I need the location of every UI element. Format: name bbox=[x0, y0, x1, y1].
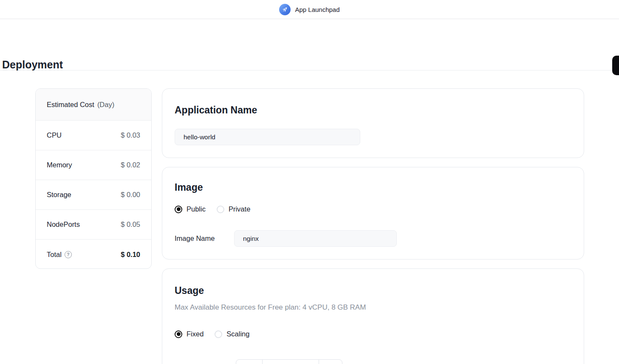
radio-public-label: Public bbox=[187, 205, 206, 213]
cost-panel-title: Estimated Cost bbox=[47, 101, 94, 109]
cost-row-storage: Storage $ 0.00 bbox=[36, 180, 151, 210]
cost-row-value: $ 0.05 bbox=[121, 220, 140, 229]
cost-row-cpu: CPU $ 0.03 bbox=[36, 121, 151, 150]
app-launchpad-rocket-icon bbox=[279, 4, 291, 15]
radio-unselected-icon[interactable] bbox=[217, 206, 224, 213]
application-name-input[interactable] bbox=[175, 129, 360, 145]
cost-row-label: Memory bbox=[47, 161, 72, 169]
cost-row-total: Total ? $ 0.10 bbox=[36, 240, 151, 269]
radio-unselected-icon[interactable] bbox=[215, 330, 222, 338]
radio-selected-icon[interactable] bbox=[175, 206, 182, 213]
radio-private[interactable]: Private bbox=[217, 205, 250, 213]
cost-row-value: $ 0.03 bbox=[121, 131, 140, 139]
radio-scaling-label: Scaling bbox=[226, 330, 249, 338]
cost-row-label: Storage bbox=[47, 191, 71, 199]
minus-icon[interactable]: − bbox=[236, 360, 262, 364]
cost-row-nodeports: NodePorts $ 0.05 bbox=[36, 210, 151, 240]
radio-selected-icon[interactable] bbox=[175, 330, 182, 338]
cost-row-label: CPU bbox=[47, 131, 62, 139]
help-icon[interactable]: ? bbox=[65, 251, 72, 258]
stepper-value bbox=[262, 360, 319, 364]
image-panel: Image Public Private Image Name bbox=[162, 167, 584, 260]
image-name-input[interactable] bbox=[234, 230, 397, 247]
usage-subtitle: Max Available Resources for Free plan: 4… bbox=[175, 303, 366, 312]
usage-panel: Usage Max Available Resources for Free p… bbox=[162, 268, 584, 364]
deploy-button[interactable] bbox=[612, 56, 619, 75]
page-header: Deployment bbox=[0, 20, 619, 71]
estimated-cost-panel: Estimated Cost (Day) CPU $ 0.03 Memory $… bbox=[35, 88, 152, 269]
image-title: Image bbox=[175, 182, 203, 193]
app-title: App Launchpad bbox=[295, 6, 339, 13]
cost-row-memory: Memory $ 0.02 bbox=[36, 150, 151, 180]
radio-fixed-label: Fixed bbox=[187, 330, 204, 338]
total-label: Total bbox=[47, 251, 62, 259]
image-visibility-radio-group: Public Private bbox=[175, 205, 250, 213]
cost-panel-title-suffix: (Day) bbox=[97, 101, 114, 109]
cost-panel-header: Estimated Cost (Day) bbox=[36, 89, 151, 121]
image-name-label: Image Name bbox=[175, 234, 215, 243]
usage-mode-radio-group: Fixed Scaling bbox=[175, 330, 249, 338]
radio-public[interactable]: Public bbox=[175, 205, 206, 213]
cpu-stepper: − + bbox=[236, 359, 342, 364]
cost-row-label: NodePorts bbox=[47, 220, 80, 229]
total-value: $ 0.10 bbox=[121, 251, 140, 259]
application-name-title: Application Name bbox=[175, 104, 257, 116]
radio-private-label: Private bbox=[229, 205, 250, 213]
cost-row-value: $ 0.00 bbox=[121, 191, 140, 199]
plus-icon[interactable]: + bbox=[319, 360, 342, 364]
usage-title: Usage bbox=[175, 285, 204, 296]
radio-fixed[interactable]: Fixed bbox=[175, 330, 204, 338]
cost-row-value: $ 0.02 bbox=[121, 161, 140, 169]
radio-scaling[interactable]: Scaling bbox=[215, 330, 249, 338]
top-bar: App Launchpad bbox=[0, 0, 619, 19]
page-title: Deployment bbox=[2, 59, 63, 71]
application-name-panel: Application Name bbox=[162, 88, 584, 158]
